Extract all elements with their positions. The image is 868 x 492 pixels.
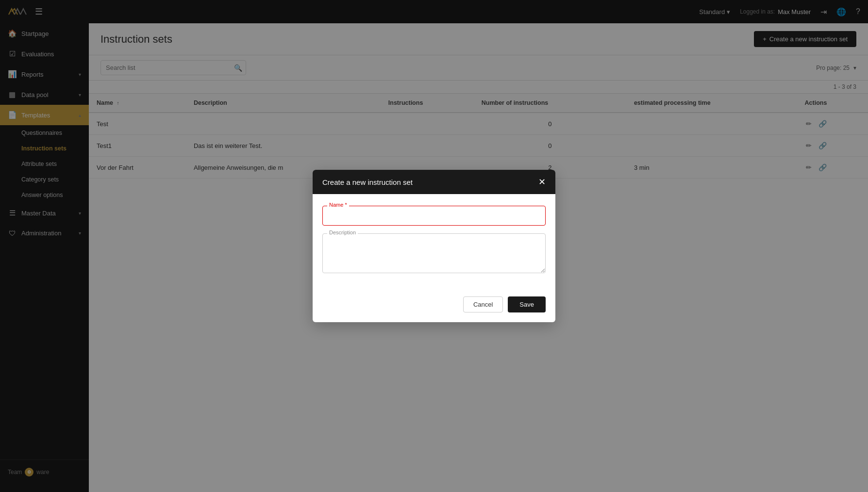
name-form-group: Name * xyxy=(322,206,546,226)
modal-overlay[interactable]: Create a new instruction set ✕ Name * De… xyxy=(0,0,868,492)
modal-body: Name * Description xyxy=(313,194,555,291)
modal-header: Create a new instruction set ✕ xyxy=(313,170,555,194)
modal-footer: Cancel Save xyxy=(313,291,555,322)
modal-dialog: Create a new instruction set ✕ Name * De… xyxy=(313,170,555,322)
modal-title: Create a new instruction set xyxy=(322,178,413,186)
description-textarea[interactable] xyxy=(322,233,546,273)
name-input[interactable] xyxy=(322,206,546,226)
description-form-group: Description xyxy=(322,233,546,275)
cancel-button[interactable]: Cancel xyxy=(463,296,503,312)
description-label: Description xyxy=(327,230,358,235)
modal-close-button[interactable]: ✕ xyxy=(538,178,546,186)
save-button[interactable]: Save xyxy=(508,296,546,312)
name-label: Name * xyxy=(327,202,349,208)
